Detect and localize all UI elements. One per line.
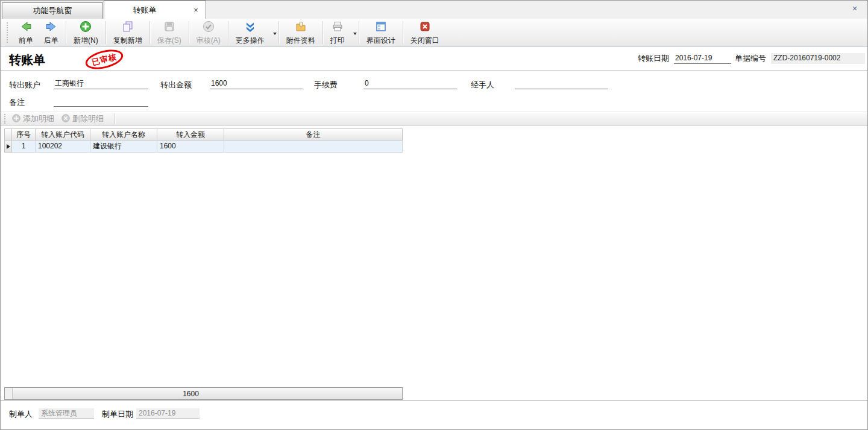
row-selector-cell[interactable]: [4, 141, 12, 153]
toolbar-separator: [403, 21, 403, 44]
fee-field[interactable]: 0: [363, 78, 457, 89]
fee-label: 手续费: [314, 80, 338, 90]
close-window-label: 关闭窗口: [410, 36, 439, 46]
tab-strip: 功能导航窗 转账单 × ×: [1, 1, 867, 19]
column-header-no[interactable]: 序号: [12, 128, 36, 141]
remove-circle-gray-icon: [61, 114, 70, 124]
more-actions-label: 更多操作: [236, 36, 265, 46]
cell-account-name[interactable]: 建设银行: [90, 141, 157, 153]
prev-doc-button[interactable]: 前单: [13, 19, 39, 46]
check-circle-icon: [202, 20, 215, 36]
print-dropdown-icon[interactable]: [353, 33, 357, 35]
detail-toolbar-separator: [115, 113, 115, 124]
add-detail-button[interactable]: 添加明细: [12, 113, 54, 124]
out-account-field[interactable]: 工商银行: [54, 78, 148, 89]
save-icon: [163, 20, 176, 36]
amount-sum: 1600: [157, 388, 224, 399]
tab-function-nav[interactable]: 功能导航窗: [2, 2, 103, 19]
detail-grid: 序号 转入账户代码 转入账户名称 转入金额 备注 1 100202 建设银行 1…: [1, 126, 867, 400]
close-red-icon: [418, 20, 432, 36]
toolbar-separator: [322, 21, 323, 44]
prev-doc-label: 前单: [19, 36, 33, 46]
transfer-voucher-window: 功能导航窗 转账单 × × 前单 后单 新增(N) 复制新增: [0, 0, 868, 430]
create-date-field: 2016-07-19: [136, 408, 200, 419]
out-account-label: 转出账户: [9, 80, 40, 90]
arrow-left-icon: [19, 20, 33, 36]
toolbar-separator: [66, 21, 66, 44]
copy-icon: [121, 20, 134, 36]
toolbar-separator: [359, 21, 359, 44]
doc-no-label: 单据编号: [735, 53, 766, 64]
toolbar-separator: [105, 21, 106, 44]
handler-field[interactable]: [515, 78, 608, 89]
ui-design-label: 界面设计: [366, 36, 395, 46]
remove-detail-button[interactable]: 删除明细: [61, 113, 104, 124]
voucher-form: 转出账户 工商银行 转出金额 1600 手续费 0 经手人 备注: [1, 72, 867, 112]
double-chevron-down-icon: [244, 20, 257, 36]
out-amount-label: 转出金额: [160, 80, 192, 90]
out-amount-field[interactable]: 1600: [210, 78, 303, 89]
plus-circle-icon: [79, 20, 92, 36]
document-header: 转账单 已审核 转账日期 2016-07-19 单据编号 ZZD-2016071…: [1, 48, 867, 71]
column-header-amount[interactable]: 转入金额: [157, 128, 224, 141]
tab-close-icon[interactable]: ×: [191, 5, 201, 15]
detail-toolbar-grip: [4, 114, 6, 124]
toolbar-grip: [7, 22, 8, 43]
audit-button[interactable]: 审核(A): [191, 19, 226, 46]
attachments-button[interactable]: 附件资料: [281, 19, 321, 46]
next-doc-label: 后单: [44, 36, 58, 46]
cell-amount[interactable]: 1600: [157, 141, 224, 153]
current-row-marker-icon: [7, 144, 10, 149]
page-title: 转账单: [9, 52, 45, 68]
attachments-label: 附件资料: [286, 36, 315, 46]
cell-account-code[interactable]: 100202: [36, 141, 90, 153]
detail-toolbar: 添加明细 删除明细: [1, 112, 867, 126]
footer-panel: 制单人 系统管理员 制单日期 2016-07-19: [1, 401, 867, 430]
save-button[interactable]: 保存(S): [152, 19, 187, 46]
header-row-selector: [4, 128, 12, 141]
ui-design-button[interactable]: 界面设计: [361, 19, 401, 46]
add-detail-label: 添加明细: [23, 113, 54, 124]
print-label: 打印: [330, 36, 345, 46]
column-header-remark[interactable]: 备注: [224, 128, 403, 141]
copy-new-button[interactable]: 复制新增: [108, 19, 148, 46]
save-label: 保存(S): [157, 36, 181, 46]
attachment-folder-icon: [294, 20, 307, 36]
print-button[interactable]: 打印: [325, 19, 350, 46]
close-window-button[interactable]: 关闭窗口: [405, 19, 445, 46]
toolbar-separator: [189, 21, 189, 44]
audited-stamp: 已审核: [83, 46, 125, 73]
toolbar-separator: [149, 21, 150, 44]
toolbar-separator: [228, 21, 228, 44]
column-header-account-code[interactable]: 转入账户代码: [36, 128, 90, 141]
create-date-label: 制单日期: [102, 409, 133, 420]
remark-label: 备注: [9, 97, 25, 108]
cell-no[interactable]: 1: [12, 141, 36, 153]
main-toolbar: 前单 后单 新增(N) 复制新增 保存(S) 审核(A): [1, 19, 867, 47]
next-doc-button[interactable]: 后单: [39, 19, 64, 46]
copy-new-label: 复制新增: [113, 36, 142, 46]
detail-table: 序号 转入账户代码 转入账户名称 转入金额 备注 1 100202 建设银行 1…: [4, 128, 403, 153]
more-actions-button[interactable]: 更多操作: [230, 19, 270, 46]
transfer-date-label: 转账日期: [638, 53, 669, 64]
table-header-row: 序号 转入账户代码 转入账户名称 转入金额 备注: [4, 128, 403, 141]
window-close-icon[interactable]: ×: [849, 4, 860, 14]
tab-transfer-voucher-label: 转账单: [104, 1, 185, 19]
handler-label: 经手人: [471, 80, 494, 90]
table-row[interactable]: 1 100202 建设银行 1600: [4, 141, 403, 153]
creator-label: 制单人: [9, 409, 33, 420]
cell-remark[interactable]: [224, 141, 403, 153]
creator-field: 系统管理员: [39, 408, 94, 419]
transfer-date-field[interactable]: 2016-07-19: [674, 53, 731, 64]
remark-field[interactable]: [54, 96, 148, 107]
tab-transfer-voucher[interactable]: 转账单 ×: [104, 1, 206, 19]
window-layout-icon: [374, 20, 388, 36]
remove-detail-label: 删除明细: [72, 113, 104, 124]
audit-label: 审核(A): [197, 36, 221, 46]
summary-selector-cell: [5, 388, 13, 399]
column-header-account-name[interactable]: 转入账户名称: [90, 128, 157, 141]
new-button[interactable]: 新增(N): [68, 19, 104, 46]
add-circle-gray-icon: [12, 114, 20, 124]
grid-summary-row: 1600: [4, 387, 403, 400]
more-actions-dropdown-icon[interactable]: [273, 33, 277, 35]
